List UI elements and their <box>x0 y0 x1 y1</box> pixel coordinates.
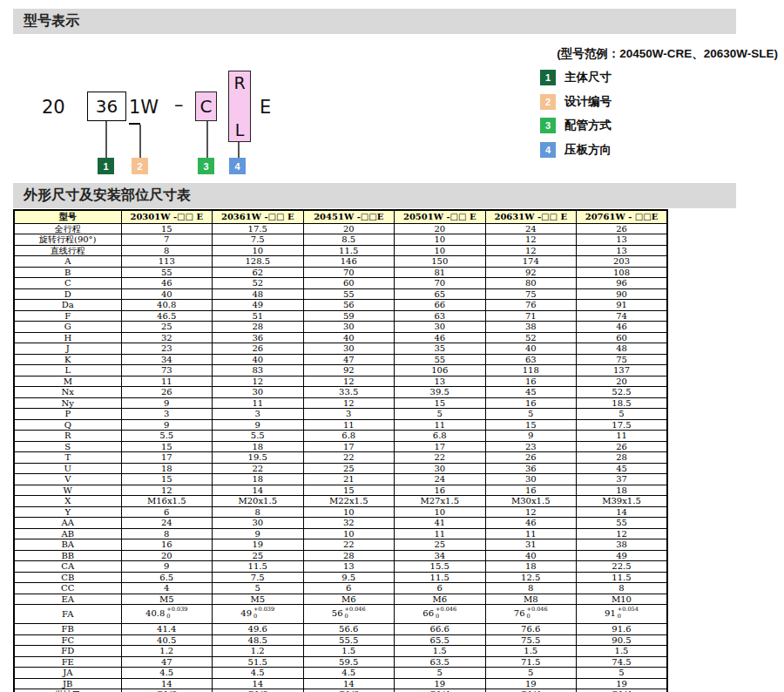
table-cell: 20 <box>121 550 213 561</box>
table-cell: 71.5 <box>485 656 577 668</box>
table-cell: 30 <box>485 474 577 485</box>
table-row: 旋转行程(90°)77.58.5101213 <box>14 234 667 246</box>
row-label: CB <box>14 572 121 583</box>
table-cell: 113 <box>121 256 213 268</box>
legend: 1 主体尺寸 2 设计编号 3 配管方式 4 压板方向 <box>540 70 612 166</box>
connector-line-3 <box>206 121 208 158</box>
table-row: G252830303846 <box>14 322 667 333</box>
table-cell: 46.5 <box>121 310 213 322</box>
table-cell: 25 <box>395 539 486 551</box>
table-cell: 1.2 <box>121 646 213 657</box>
table-cell: 63.5 <box>395 656 486 668</box>
table-row: D404855657590 <box>14 288 667 300</box>
table-cell: 63 <box>485 354 577 365</box>
table-cell: 14 <box>303 678 395 689</box>
table-cell: 10 <box>395 234 486 246</box>
table-row: BB202528344049 <box>14 550 667 561</box>
table-row: C465260708096 <box>14 278 667 289</box>
table-cell: 108 <box>577 267 668 278</box>
row-label: FB <box>14 624 121 635</box>
table-cell: 118 <box>485 365 577 377</box>
table-cell: 15 <box>121 441 213 452</box>
table-cell: M27x1.5 <box>395 496 486 507</box>
table-cell: 8 <box>121 245 213 256</box>
table-row: P333555 <box>14 409 667 420</box>
table-cell: 49 <box>213 300 304 311</box>
row-label: Nx <box>14 387 121 398</box>
table-cell: 46 <box>121 278 213 289</box>
diagram-marker-2: 2 <box>132 158 148 174</box>
row-label: BA <box>14 539 121 551</box>
diagram-marker-1: 1 <box>98 158 114 174</box>
table-cell: G1/4 <box>395 689 486 692</box>
table-cell: 40.8 <box>121 300 213 311</box>
table-cell: 9 <box>121 397 213 409</box>
table-cell: 18 <box>213 441 304 452</box>
table-cell: M5 <box>213 594 304 605</box>
tolerance-stack: +0.0390 <box>166 607 187 619</box>
model-dash: – <box>174 94 184 115</box>
row-label: 全行程 <box>14 223 121 234</box>
table-cell: 96 <box>577 278 668 289</box>
table-cell: 34 <box>395 550 486 561</box>
table-cell: 5 <box>577 409 668 420</box>
table-cell: 17.5 <box>213 223 304 234</box>
table-row: CB6.57.59.511.512.511.5 <box>14 572 667 583</box>
table-cell: 12 <box>485 245 577 256</box>
tolerance-stack: +0.0460 <box>436 607 456 619</box>
table-row-fa: FA40.8+0.039049+0.039056+0.046066+0.0460… <box>14 605 667 624</box>
table-row: L738392106118137 <box>14 365 667 377</box>
legend-marker-2: 2 <box>540 94 556 110</box>
table-cell: 74.5 <box>577 656 668 668</box>
table-cell: G1/4 <box>485 689 577 692</box>
table-row: 全行程1517.520202426 <box>14 223 667 234</box>
table-cell: 91.6 <box>577 624 668 635</box>
table-cell: G1/8 <box>303 689 395 692</box>
plate-direction-l: L <box>235 120 245 139</box>
table-cell: 203 <box>577 256 668 268</box>
table-cell: 14 <box>577 506 668 518</box>
table-cell: 60 <box>303 278 395 289</box>
table-row: XM16x1.5M20x1.5M22x1.5M27x1.5M30x1.5M39x… <box>14 496 667 507</box>
row-label: D <box>14 288 121 300</box>
table-row: W121415161618 <box>14 485 667 496</box>
table-cell: 48 <box>213 288 304 300</box>
table-cell-tolerance: 56+0.0460 <box>303 605 395 624</box>
table-cell: 40 <box>485 550 577 561</box>
row-label: A <box>14 256 121 268</box>
table-cell: 40 <box>485 343 577 355</box>
table-cell: 14 <box>213 485 304 496</box>
table-cell: 55 <box>121 267 213 278</box>
table-cell: 11.5 <box>213 561 304 573</box>
table-row: FB41.449.656.666.676.691.6 <box>14 624 667 635</box>
table-cell: 16 <box>485 397 577 409</box>
plate-direction-r: R <box>233 73 245 92</box>
table-cell: 3 <box>213 409 304 420</box>
table-cell: 36 <box>213 332 304 343</box>
column-header: 20761W - □□E <box>577 210 668 223</box>
table-cell: 22 <box>395 452 486 464</box>
table-cell: 12.5 <box>485 572 577 583</box>
table-cell: 59.5 <box>303 656 395 668</box>
table-cell: 9.5 <box>303 572 395 583</box>
model-number-diagram: 20 36 1W – C R L E 1 2 3 4 <box>0 65 366 179</box>
section-title-model-designation: 型号表示 <box>13 9 736 34</box>
table-cell: 30 <box>213 518 304 529</box>
table-header-row: 型号20301W -□□ E20361W -□□ E20451W -□□E205… <box>14 210 667 223</box>
row-label: Ny <box>14 397 121 409</box>
table-cell: 73 <box>121 365 213 377</box>
table-cell: 19 <box>485 678 577 689</box>
table-row: F46.55159637174 <box>14 310 667 322</box>
table-cell: 10 <box>395 506 486 518</box>
table-cell: 10 <box>213 245 304 256</box>
row-label: J <box>14 343 121 355</box>
table-cell: 1.5 <box>485 646 577 657</box>
table-cell: 1.5 <box>303 646 395 657</box>
table-cell: 46 <box>577 322 668 333</box>
table-row: CA911.51315.51822.5 <box>14 561 667 573</box>
table-row: M111212131620 <box>14 376 667 387</box>
table-row: Y6810101214 <box>14 506 667 518</box>
table-cell: 80 <box>485 278 577 289</box>
table-cell: 1.2 <box>213 646 304 657</box>
table-cell: 10 <box>303 528 395 539</box>
